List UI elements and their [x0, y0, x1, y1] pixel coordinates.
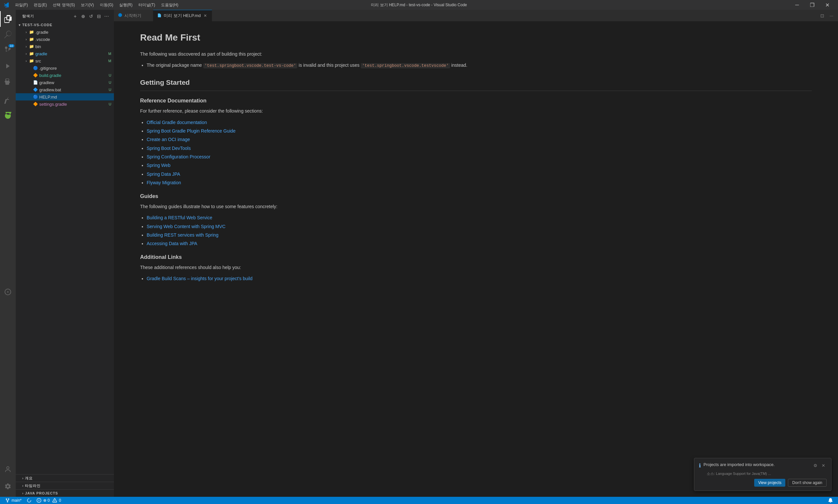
- link-spring-data-jpa[interactable]: Spring Data JPA: [147, 172, 180, 177]
- title-bar: 파일(F) 편집(E) 선택 영역(S) 보기(V) 이동(G) 실행(R) 터…: [0, 0, 838, 10]
- menu-selection[interactable]: 선택 영역(S): [50, 2, 77, 8]
- svg-point-0: [7, 291, 8, 292]
- activity-accounts[interactable]: [0, 462, 16, 477]
- menu-file[interactable]: 파일(F): [13, 2, 31, 8]
- folder-icon: 📁: [29, 30, 34, 35]
- window-title: 미리 보기 HELP.md - test-vs-code - Visual St…: [371, 2, 467, 8]
- link-oci-image[interactable]: Create an OCI image: [147, 137, 190, 142]
- new-folder-button[interactable]: ⊕: [80, 13, 86, 20]
- link-official-gradle[interactable]: Official Gradle documentation: [147, 120, 207, 125]
- link-building-rest[interactable]: Building REST services with Spring: [147, 232, 218, 238]
- menu-view[interactable]: 보기(V): [78, 2, 96, 8]
- sidebar-actions: + ⊕ ↺ ⊟ ···: [72, 13, 110, 20]
- close-button[interactable]: ✕: [820, 0, 835, 10]
- status-notification[interactable]: [825, 497, 835, 504]
- new-file-button[interactable]: +: [72, 13, 78, 20]
- refresh-button[interactable]: ↺: [88, 13, 94, 20]
- outline-header[interactable]: › 개요: [16, 474, 114, 482]
- tree-item-gradle-hidden[interactable]: › 📁 .gradle: [16, 29, 114, 36]
- minimize-button[interactable]: ─: [789, 0, 805, 10]
- content-h1: Read Me First: [140, 31, 812, 45]
- tab-bar: 시작하기 미리 보기 HELP.md ✕ ⊡ ···: [114, 10, 838, 21]
- app-body: 10: [0, 10, 838, 497]
- sidebar: 탐색기 + ⊕ ↺ ⊟ ··· ▾ TEST-VS-CODE › 📁 .grad…: [16, 10, 114, 497]
- activity-run[interactable]: [0, 58, 16, 74]
- status-errors[interactable]: ⊗ 0 0: [34, 497, 64, 504]
- notification-message: Projects are imported into workspace.: [703, 462, 809, 467]
- content-intro-list: The original package name 'test.springbo…: [147, 61, 812, 69]
- window-controls: ─ ❐ ✕: [789, 0, 835, 10]
- link-spring-boot-devtools[interactable]: Spring Boot DevTools: [147, 146, 191, 151]
- menu-go[interactable]: 이동(G): [97, 2, 116, 8]
- link-spring-config-processor[interactable]: Spring Configuration Processor: [147, 154, 211, 159]
- link-spring-web[interactable]: Spring Web: [147, 163, 171, 168]
- view-projects-button[interactable]: View projects: [754, 479, 785, 487]
- project-root[interactable]: ▾ TEST-VS-CODE: [16, 21, 114, 29]
- timeline-header[interactable]: › 타임라인: [16, 482, 114, 489]
- dont-show-again-button[interactable]: Don't show again: [788, 479, 826, 487]
- tree-item-gradle[interactable]: › 📁 gradle M: [16, 50, 114, 57]
- link-building-restful[interactable]: Building a RESTful Web Service: [147, 215, 212, 220]
- tab-bar-actions: ⊡ ···: [816, 10, 838, 21]
- activity-settings[interactable]: [0, 479, 16, 494]
- content-guides-intro: The following guides illustrate how to u…: [140, 203, 812, 210]
- notification-header: ℹ Projects are imported into workspace. …: [699, 462, 826, 469]
- tree-item-build-gradle[interactable]: › 🔶 build.gradle U: [16, 72, 114, 79]
- activity-source-control[interactable]: 10: [0, 42, 16, 58]
- java-projects-header[interactable]: › JAVA PROJECTS: [16, 490, 114, 497]
- tab-help-md[interactable]: 미리 보기 HELP.md ✕: [153, 10, 212, 21]
- menu-edit[interactable]: 편집(E): [31, 2, 50, 8]
- status-sync[interactable]: [24, 497, 34, 504]
- link-flyway[interactable]: Flyway Migration: [147, 180, 181, 185]
- link-serving-web[interactable]: Serving Web Content with Spring MVC: [147, 224, 226, 229]
- list-item: Serving Web Content with Spring MVC: [147, 223, 812, 230]
- activity-extensions[interactable]: [0, 74, 16, 90]
- list-item: Official Gradle documentation: [147, 119, 812, 126]
- more-actions-button[interactable]: ···: [104, 13, 110, 20]
- tree-item-bin[interactable]: › 📁 bin: [16, 43, 114, 50]
- notification-top-actions: ⚙ ✕: [812, 462, 826, 469]
- status-branch[interactable]: main*: [3, 497, 24, 504]
- tree-item-vscode[interactable]: › 📁 .vscode: [16, 36, 114, 43]
- tab-icon-help: [157, 13, 162, 19]
- menu-run[interactable]: 실행(R): [117, 2, 135, 8]
- tab-start[interactable]: 시작하기: [114, 10, 153, 21]
- tab-icon-start: [118, 13, 122, 18]
- tree-item-gitignore[interactable]: › 🔵 .gitignore: [16, 65, 114, 72]
- activity-explorer[interactable]: [0, 11, 16, 27]
- file-icon: 🔵: [33, 94, 38, 100]
- tree-item-gradlew[interactable]: › 📄 gradlew U: [16, 79, 114, 86]
- file-icon: 📄: [33, 80, 38, 85]
- activity-spring[interactable]: [0, 108, 16, 124]
- activity-testing[interactable]: [0, 92, 16, 108]
- editor-area: 시작하기 미리 보기 HELP.md ✕ ⊡ ··· Read Me First…: [114, 10, 838, 497]
- list-item: Building REST services with Spring: [147, 231, 812, 238]
- collapse-all-button[interactable]: ⊟: [95, 13, 102, 20]
- reference-links-list: Official Gradle documentation Spring Boo…: [147, 119, 812, 186]
- app-icon: [3, 2, 10, 8]
- notification-gear-button[interactable]: ⚙: [812, 462, 819, 469]
- status-left: main* ⊗ 0 0: [3, 497, 64, 504]
- tree-item-gradlew-bat[interactable]: › 🔷 gradlew.bat U: [16, 86, 114, 93]
- link-spring-boot-gradle[interactable]: Spring Boot Gradle Plugin Reference Guid…: [147, 128, 236, 133]
- activity-remote[interactable]: [0, 284, 16, 300]
- content-intro: The following was discovered as part of …: [140, 50, 812, 58]
- link-gradle-build-scans[interactable]: Gradle Build Scans – insights for your p…: [147, 276, 252, 281]
- timeline-section: › 타임라인: [16, 482, 114, 489]
- tree-item-src[interactable]: › 📁 src M: [16, 57, 114, 65]
- activity-search[interactable]: [0, 27, 16, 42]
- link-accessing-data[interactable]: Accessing Data with JPA: [147, 241, 197, 246]
- notification-buttons: View projects Don't show again: [699, 479, 826, 487]
- tree-item-settings-gradle[interactable]: › 🔶 settings.gradle U: [16, 101, 114, 108]
- tab-close-button[interactable]: ✕: [203, 13, 208, 18]
- list-item: Create an OCI image: [147, 136, 812, 143]
- editor-content[interactable]: Read Me First The following was discover…: [114, 21, 838, 497]
- menu-terminal[interactable]: 터미널(T): [136, 2, 158, 8]
- notification-close-button[interactable]: ✕: [820, 462, 826, 469]
- restore-button[interactable]: ❐: [805, 0, 820, 10]
- more-tab-actions-button[interactable]: ···: [827, 12, 835, 20]
- tree-item-help-md[interactable]: › 🔵 HELP.md: [16, 93, 114, 101]
- additional-links-list: Gradle Build Scans – insights for your p…: [147, 275, 812, 282]
- menu-help[interactable]: 도움말(H): [158, 2, 181, 8]
- split-editor-button[interactable]: ⊡: [818, 12, 826, 20]
